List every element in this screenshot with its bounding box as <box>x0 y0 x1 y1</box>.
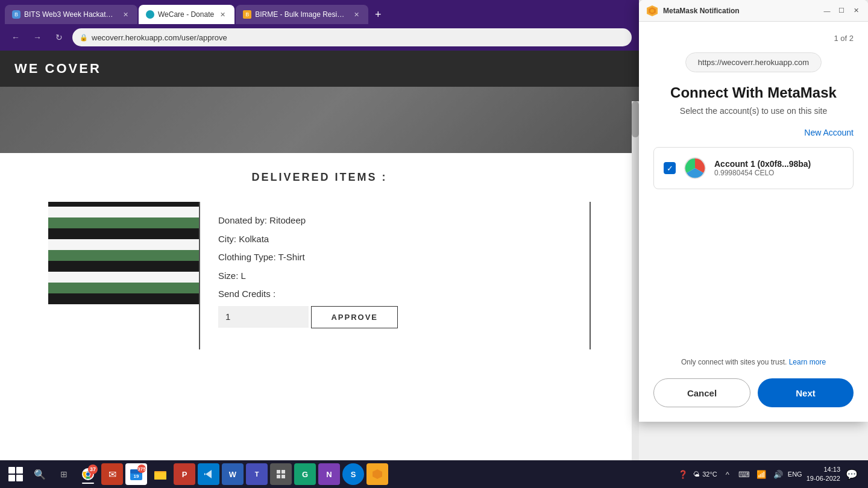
metamask-cancel-button[interactable]: Cancel <box>653 378 750 407</box>
volume-tray-icon[interactable]: 🔊 <box>772 468 785 481</box>
taskbar-onenote-icon[interactable]: N <box>318 463 340 485</box>
credits-input[interactable] <box>218 306 309 328</box>
clock-date: 19-06-2022 <box>807 474 840 483</box>
size: Size: L <box>218 269 571 283</box>
account-info: Account 1 (0x0f8...98ba) 0.99980454 CELO <box>714 159 811 177</box>
item-details: Donated by: Ritodeep City: Kolkata Cloth… <box>199 202 591 349</box>
metamask-panel: MetaMask Notification — ☐ ✕ 1 of 2 https… <box>639 0 868 422</box>
start-button[interactable] <box>5 463 27 485</box>
site-logo: WE COVER <box>14 61 101 77</box>
tab-1-close[interactable]: ✕ <box>121 10 130 19</box>
forward-button[interactable]: → <box>29 29 46 46</box>
svg-rect-15 <box>277 475 280 478</box>
url-text: wecoverr.herokuapp.com/user/approve <box>92 33 227 42</box>
notification-center-icon[interactable]: 💬 <box>845 468 858 481</box>
tab-bar: B BITS Web3 Week Hackathon: Da... ✕ WeCa… <box>0 0 639 24</box>
svg-marker-17 <box>373 469 382 479</box>
hero-banner <box>0 87 639 153</box>
metamask-account-card[interactable]: ✓ Account 1 (0x0f8...98ba) 0.99980454 CE… <box>653 147 854 189</box>
account-checkbox[interactable]: ✓ <box>664 162 676 174</box>
taskbar-grid-icon[interactable] <box>270 463 292 485</box>
tab-2-close[interactable]: ✕ <box>218 10 227 19</box>
taskbar-explorer-icon[interactable] <box>149 463 171 485</box>
back-button[interactable]: ← <box>7 29 24 46</box>
send-credits-label: Send Credits : <box>218 287 571 301</box>
learn-more-link[interactable]: Learn more <box>789 358 826 366</box>
browser-tab-2[interactable]: WeCare - Donate ✕ <box>139 5 234 24</box>
donated-by: Donated by: Ritodeep <box>218 214 571 228</box>
taskbar-right: ❓ 🌤 32°C ^ ⌨ 📶 🔊 ENG 14:13 19-06-2022 💬 <box>676 465 863 484</box>
approve-button[interactable]: APPROVE <box>311 306 398 328</box>
question-tray-icon[interactable]: ❓ <box>676 468 690 481</box>
keyboard-tray-icon[interactable]: ⌨ <box>738 468 751 481</box>
metamask-fox-icon <box>646 5 658 17</box>
taskbar-vscode-icon[interactable] <box>198 463 219 485</box>
task-view-button[interactable]: ⊞ <box>53 463 75 485</box>
temperature-text: 32°C <box>702 471 717 478</box>
clock-widget[interactable]: 14:13 19-06-2022 <box>807 465 840 484</box>
weather-widget: 🌤 32°C <box>693 471 717 478</box>
taskbar-teams-icon[interactable]: T <box>246 463 268 485</box>
system-tray: ❓ 🌤 32°C ^ ⌨ 📶 🔊 ENG <box>676 468 802 481</box>
metamask-next-button[interactable]: Next <box>758 378 854 407</box>
browser-tab-1[interactable]: B BITS Web3 Week Hackathon: Da... ✕ <box>5 5 137 24</box>
new-account-link[interactable]: New Account <box>804 128 854 137</box>
taskbar-metamask-icon[interactable] <box>366 463 388 485</box>
account-avatar <box>684 157 706 179</box>
account-name: Account 1 (0x0f8...98ba) <box>714 159 811 169</box>
metamask-trust-text: Only connect with sites you trust. Learn… <box>681 358 826 366</box>
scrollbar[interactable] <box>632 101 639 488</box>
windows-icon <box>8 467 23 481</box>
taskbar-chrome-icon[interactable]: 37 <box>77 463 99 485</box>
metamask-title-text: MetaMask Notification <box>663 7 740 15</box>
item-image <box>48 202 199 304</box>
taskbar-mail-icon[interactable]: ✉ <box>101 463 123 485</box>
tab-1-label: BITS Web3 Week Hackathon: Da... <box>24 10 117 19</box>
network-tray-icon[interactable]: 📶 <box>755 468 768 481</box>
refresh-button[interactable]: ↻ <box>51 29 68 46</box>
section-title: DELIVERED ITEMS : <box>48 171 591 184</box>
clothing-type: Clothing Type: T-Shirt <box>218 251 571 264</box>
taskbar-calendar-icon[interactable]: 19 375 <box>125 463 147 485</box>
metamask-step-counter: 1 of 2 <box>834 34 854 43</box>
metamask-body: 1 of 2 https://wecoverr.herokuapp.com Co… <box>639 22 868 422</box>
taskbar-search-button[interactable]: 🔍 <box>29 463 51 485</box>
lock-icon: 🔒 <box>80 34 88 42</box>
metamask-footer: Cancel Next <box>653 378 854 410</box>
clock-time: 14:13 <box>807 465 840 474</box>
taskbar-grammarly-icon[interactable]: G <box>294 463 316 485</box>
address-bar[interactable]: 🔒 wecoverr.herokuapp.com/user/approve <box>72 28 632 46</box>
svg-rect-13 <box>277 470 280 474</box>
tab-2-label: WeCare - Donate <box>158 10 214 19</box>
address-bar-row: ← → ↻ 🔒 wecoverr.herokuapp.com/user/appr… <box>0 24 639 51</box>
metamask-close-button[interactable]: ✕ <box>851 6 861 16</box>
metamask-subtitle: Select the account(s) to use on this sit… <box>680 106 827 116</box>
browser-window: B BITS Web3 Week Hackathon: Da... ✕ WeCa… <box>0 0 639 488</box>
chevron-tray-icon[interactable]: ^ <box>721 468 734 481</box>
svg-point-2 <box>650 9 654 13</box>
chrome-notification-badge: 37 <box>88 465 98 474</box>
city: City: Kolkata <box>218 233 571 246</box>
metamask-maximize-button[interactable]: ☐ <box>837 6 846 16</box>
account-balance: 0.99980454 CELO <box>714 169 811 177</box>
taskbar-skype-icon[interactable]: S <box>342 463 364 485</box>
browser-tab-3[interactable]: B BIRME - Bulk Image Resizing Ma... ✕ <box>236 5 368 24</box>
metamask-site-url: https://wecoverr.herokuapp.com <box>685 52 822 72</box>
svg-rect-16 <box>281 475 285 478</box>
svg-rect-14 <box>281 470 285 474</box>
taskbar-word-icon[interactable]: W <box>222 463 244 485</box>
metamask-title-left: MetaMask Notification <box>646 5 740 17</box>
metamask-window-controls: — ☐ ✕ <box>822 6 861 16</box>
language-tray[interactable]: ENG <box>788 468 802 481</box>
weather-icon: 🌤 <box>693 471 700 478</box>
metamask-main-title: Connect With MetaMask <box>670 84 837 101</box>
tab-3-close[interactable]: ✕ <box>351 10 361 19</box>
item-card: Donated by: Ritodeep City: Kolkata Cloth… <box>48 202 591 349</box>
taskbar-powerpoint-icon[interactable]: P <box>174 463 195 485</box>
main-content: DELIVERED ITEMS : Donated by: Ritodeep C… <box>0 153 639 368</box>
calendar-notification-badge: 375 <box>137 465 146 473</box>
taskbar: 🔍 ⊞ 37 ✉ 19 375 <box>0 460 868 488</box>
metamask-minimize-button[interactable]: — <box>822 6 832 16</box>
scrollbar-thumb[interactable] <box>632 101 639 137</box>
new-tab-button[interactable]: + <box>370 6 386 23</box>
